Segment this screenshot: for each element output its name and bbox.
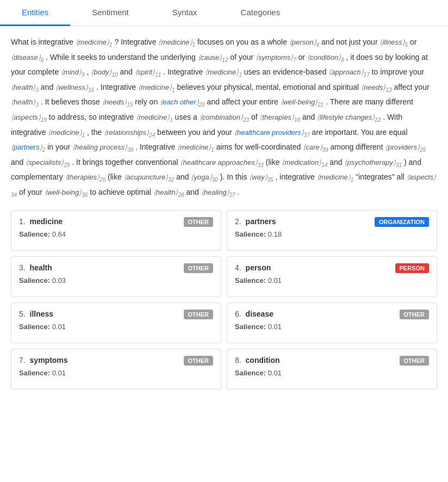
entity-health-3: ⟨health⟩28 [153, 188, 184, 196]
entity-rank-8: 8. [235, 356, 241, 364]
entity-partners: ⟨partners⟩2 [11, 143, 45, 151]
entity-card-health-title: 3. health [19, 263, 52, 272]
entity-medicine-5: ⟨medicine⟩1 [136, 113, 173, 121]
entity-card-disease-title: 6. disease [235, 310, 273, 318]
entity-therapies-2: ⟨therapies⟩26 [65, 173, 106, 181]
entity-healing: ⟨healing⟩27 [201, 188, 235, 196]
salience-value-disease: 0.01 [268, 323, 282, 331]
entity-condition: ⟨condition⟩8 [307, 53, 344, 61]
entity-aspects-1: ⟨aspects⟩19 [11, 113, 47, 121]
entity-name-health: health [30, 263, 52, 272]
entity-combination: ⟨combination⟩23 [200, 113, 249, 121]
entity-cards-grid: 1. medicine OTHER Salience: 0.64 2. part… [11, 210, 437, 390]
entity-rank-5: 5. [19, 310, 26, 318]
entity-cause: ⟨cause⟩12 [198, 53, 228, 61]
entity-badge-symptoms: OTHER [184, 356, 214, 366]
entity-card-illness-header: 5. illness OTHER [19, 310, 213, 319]
main-content: What is integrative ⟨medicine⟩1 ? Integr… [0, 26, 448, 398]
entity-each-other: ⟨each other⟩20 [160, 98, 205, 106]
entity-badge-illness: OTHER [184, 310, 214, 319]
entity-disease: ⟨disease⟩6 [11, 53, 43, 61]
entity-healthcare-approaches: ⟨healthcare approaches⟩33 [180, 158, 263, 166]
entity-card-medicine-title: 1. medicine [19, 217, 63, 226]
salience-label-6: Salience: [235, 323, 266, 331]
entity-salience-illness: Salience: 0.01 [19, 323, 213, 331]
tab-sentiment[interactable]: Sentiment [70, 0, 151, 26]
entity-card-person-header: 4. person PERSON [235, 263, 429, 273]
entity-salience-condition: Salience: 0.01 [235, 369, 429, 377]
entity-card-partners: 2. partners ORGANIZATION Salience: 0.18 [227, 210, 437, 251]
entity-badge-disease: OTHER [400, 310, 430, 319]
entity-body: ⟨body⟩10 [91, 68, 117, 76]
tab-syntax[interactable]: Syntax [151, 0, 219, 26]
entity-card-health: 3. health OTHER Salience: 0.03 [11, 256, 221, 297]
entity-needs-2: ⟨needs⟩15 [102, 98, 133, 106]
entity-name-medicine: medicine [30, 217, 63, 226]
entity-badge-health: OTHER [184, 263, 214, 273]
salience-value-symptoms: 0.01 [52, 369, 66, 377]
entity-name-symptoms: symptoms [30, 356, 68, 364]
entity-medicine-2: ⟨medicine⟩1 [158, 38, 195, 46]
entity-salience-health: Salience: 0.03 [19, 276, 213, 285]
salience-value-health: 0.03 [52, 276, 66, 285]
salience-label-5: Salience: [19, 323, 50, 331]
entity-badge-medicine: OTHER [184, 217, 214, 227]
entity-medicine-1: ⟨medicine⟩1 [76, 38, 113, 46]
entity-name-condition: condition [246, 356, 280, 364]
entity-acupuncture: ⟨acupuncture⟩32 [124, 173, 175, 181]
salience-label-1: Salience: [19, 230, 50, 238]
entity-card-medicine-header: 1. medicine OTHER [19, 217, 213, 227]
entity-name-person: person [246, 263, 271, 272]
salience-value-person: 0.01 [268, 276, 282, 285]
entity-salience-person: Salience: 0.01 [235, 276, 429, 285]
entity-medicine-4: ⟨medicine⟩1 [138, 83, 175, 91]
entity-rank-2: 2. [235, 217, 241, 226]
entity-approach: ⟨approach⟩17 [328, 68, 369, 76]
salience-label-4: Salience: [235, 276, 266, 285]
entity-wellbeing-2: ⟨well-being⟩36 [45, 188, 88, 196]
entity-yoga: ⟨yoga⟩30 [191, 173, 217, 181]
entity-rank-3: 3. [19, 263, 26, 272]
entity-badge-partners: ORGANIZATION [375, 217, 429, 227]
entity-rank-7: 7. [19, 356, 26, 364]
annotated-text: What is integrative ⟨medicine⟩1 ? Integr… [11, 35, 437, 200]
salience-value-medicine: 0.64 [52, 230, 66, 238]
entity-card-partners-title: 2. partners [235, 217, 276, 226]
entity-healthcare-providers: ⟨healthcare providers⟩37 [234, 128, 310, 137]
salience-value-partners: 0.18 [268, 230, 282, 238]
entity-rank-1: 1. [19, 217, 26, 226]
entity-care: ⟨care⟩39 [303, 143, 328, 151]
entity-rank-6: 6. [235, 310, 241, 318]
entity-medicine-6: ⟨medicine⟩1 [48, 128, 85, 137]
salience-label-7: Salience: [19, 369, 50, 377]
entity-card-person: 4. person PERSON Salience: 0.01 [227, 256, 437, 297]
entity-medicine-7: ⟨medicine⟩1 [177, 143, 214, 151]
entity-salience-partners: Salience: 0.18 [235, 230, 429, 238]
entity-card-disease: 6. disease OTHER Salience: 0.01 [227, 302, 437, 343]
tab-categories[interactable]: Categories [219, 0, 302, 26]
entity-therapies-1: ⟨therapies⟩18 [259, 113, 300, 121]
entity-card-symptoms-title: 7. symptoms [19, 356, 68, 364]
entity-card-partners-header: 2. partners ORGANIZATION [235, 217, 429, 227]
salience-label-8: Salience: [235, 369, 266, 377]
entity-card-illness-title: 5. illness [19, 310, 53, 318]
entity-healing-process: ⟨healing process⟩38 [72, 143, 133, 151]
entity-psychotherapy: ⟨psychotherapy⟩31 [344, 158, 402, 166]
entity-name-illness: illness [30, 310, 54, 318]
entity-badge-condition: OTHER [400, 356, 430, 366]
entity-name-partners: partners [246, 217, 276, 226]
entity-rank-4: 4. [235, 263, 241, 272]
entity-wellbeing-1: ⟨well-being⟩21 [281, 98, 324, 106]
entity-name-disease: disease [246, 310, 273, 318]
entity-card-health-header: 3. health OTHER [19, 263, 213, 273]
entity-mind: ⟨mind⟩9 [61, 68, 85, 76]
entity-way: ⟨way⟩35 [249, 173, 273, 181]
entity-card-symptoms-header: 7. symptoms OTHER [19, 356, 213, 366]
tabs-bar: Entities Sentiment Syntax Categories [0, 0, 448, 26]
entity-salience-medicine: Salience: 0.64 [19, 230, 213, 238]
entity-illness: ⟨illness⟩5 [379, 38, 408, 46]
tab-entities[interactable]: Entities [0, 0, 70, 26]
entity-card-disease-header: 6. disease OTHER [235, 310, 429, 319]
entity-needs-1: ⟨needs⟩13 [361, 83, 392, 91]
entity-card-condition-title: 8. condition [235, 356, 280, 364]
